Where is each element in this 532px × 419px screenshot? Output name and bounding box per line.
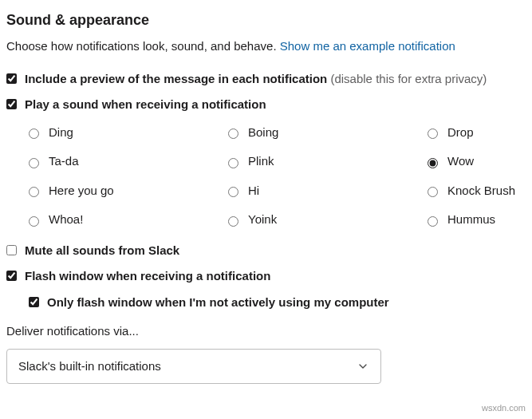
sound-option[interactable]: Ta-da: [29, 152, 228, 171]
example-notification-link[interactable]: Show me an example notification: [280, 39, 455, 53]
sound-label: Wow: [447, 152, 474, 171]
sound-option[interactable]: Whoa!: [29, 211, 228, 229]
sound-option[interactable]: Yoink: [228, 211, 428, 229]
sound-option[interactable]: Here you go: [29, 182, 228, 200]
sound-radio[interactable]: [428, 158, 438, 168]
sound-label: Boing: [248, 124, 278, 142]
section-title: Sound & appearance: [6, 10, 530, 31]
include-preview-label-text: Include a preview of the message in each…: [25, 72, 327, 85]
flash-only-inactive-label[interactable]: Only flash window when I'm not actively …: [47, 294, 389, 312]
flash-window-label[interactable]: Flash window when receiving a notificati…: [25, 267, 270, 286]
sound-label: Here you go: [49, 182, 114, 200]
sound-radio[interactable]: [29, 216, 39, 227]
sound-option[interactable]: Wow: [428, 152, 532, 171]
sound-radio[interactable]: [428, 216, 438, 227]
flash-window-row: Flash window when receiving a notificati…: [6, 267, 530, 286]
sound-radio[interactable]: [228, 158, 238, 168]
sound-option[interactable]: Boing: [228, 124, 428, 142]
sound-label: Ta-da: [49, 152, 79, 171]
play-sound-checkbox[interactable]: [6, 99, 17, 109]
sound-radio[interactable]: [228, 187, 238, 197]
play-sound-row: Play a sound when receiving a notificati…: [6, 96, 530, 114]
sound-label: Plink: [248, 152, 274, 171]
sound-label: Ding: [49, 124, 73, 142]
play-sound-label[interactable]: Play a sound when receiving a notificati…: [25, 96, 266, 114]
sound-label: Drop: [447, 124, 474, 142]
sound-option[interactable]: Knock Brush: [428, 182, 532, 200]
include-preview-checkbox[interactable]: [6, 73, 17, 84]
section-desc-text: Choose how notifications look, sound, an…: [6, 39, 280, 53]
sound-option[interactable]: Hi: [228, 182, 428, 200]
mute-all-checkbox[interactable]: [6, 245, 17, 255]
mute-all-label[interactable]: Mute all sounds from Slack: [25, 242, 179, 260]
sound-label: Hi: [248, 182, 259, 200]
sound-label: Whoa!: [49, 211, 83, 229]
include-preview-hint: (disable this for extra privacy): [327, 72, 487, 85]
sound-option[interactable]: Hummus: [428, 211, 532, 229]
sound-radio[interactable]: [228, 216, 238, 227]
sound-radio[interactable]: [29, 187, 39, 197]
sound-radio[interactable]: [428, 187, 438, 197]
chevron-down-icon: [357, 360, 369, 373]
flash-only-inactive-row: Only flash window when I'm not actively …: [29, 294, 530, 312]
sound-option[interactable]: Ding: [29, 124, 228, 142]
sound-options-grid: DingBoingDropTa-daPlinkWowHere you goHiK…: [29, 124, 530, 229]
sound-radio[interactable]: [428, 128, 438, 139]
sound-radio[interactable]: [228, 128, 238, 139]
sound-radio[interactable]: [29, 158, 39, 168]
sound-label: Yoink: [248, 211, 277, 229]
deliver-via-selected: Slack's built-in notifications: [18, 358, 161, 376]
sound-label: Hummus: [447, 211, 495, 229]
deliver-via-select[interactable]: Slack's built-in notifications: [6, 349, 381, 385]
sound-radio[interactable]: [29, 128, 39, 139]
deliver-via-label: Deliver notifications via...: [6, 322, 530, 341]
mute-all-row: Mute all sounds from Slack: [6, 242, 530, 260]
include-preview-label[interactable]: Include a preview of the message in each…: [25, 70, 487, 89]
flash-only-inactive-checkbox[interactable]: [29, 297, 39, 307]
sound-option[interactable]: Drop: [428, 124, 532, 142]
sound-label: Knock Brush: [447, 182, 515, 200]
flash-window-checkbox[interactable]: [6, 271, 17, 281]
include-preview-row: Include a preview of the message in each…: [6, 70, 530, 89]
sound-option[interactable]: Plink: [228, 152, 428, 171]
section-description: Choose how notifications look, sound, an…: [6, 38, 530, 56]
